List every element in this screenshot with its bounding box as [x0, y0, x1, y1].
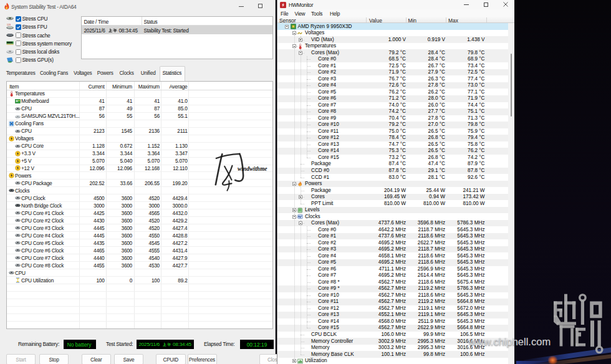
svg-text:123: 123	[7, 24, 11, 26]
